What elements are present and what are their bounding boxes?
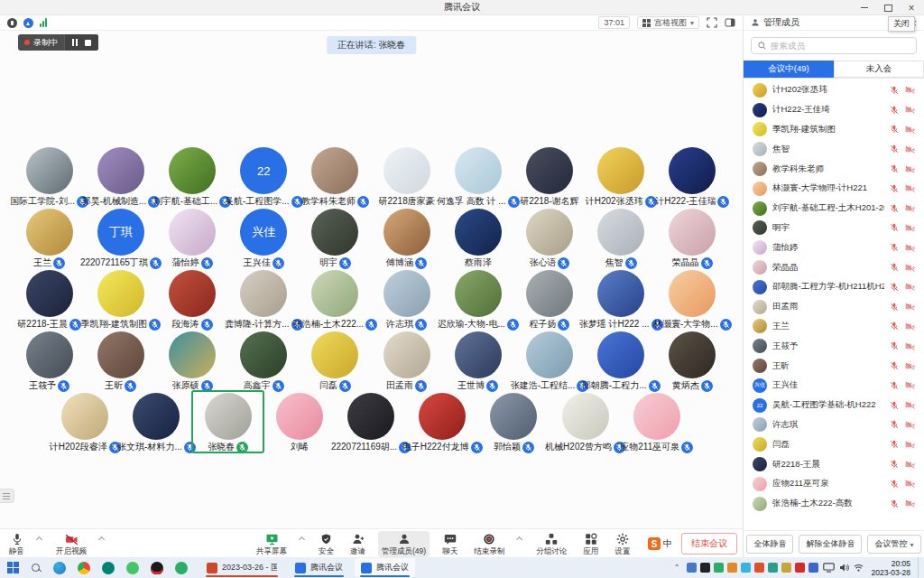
participant-tile[interactable]: 邵朝腾-工程力...	[586, 330, 657, 391]
tab-not-joined[interactable]: 未入会	[834, 61, 924, 78]
participant-tile[interactable]: 教学科朱老师	[300, 145, 371, 207]
ie-icon[interactable]	[126, 562, 139, 574]
settings-button[interactable]: 设置	[611, 531, 633, 557]
view-mode-button[interactable]: 宫格视图	[637, 16, 699, 29]
member-mic-off-icon[interactable]	[890, 86, 899, 95]
minimize-button[interactable]	[859, 3, 870, 14]
end-meeting-button[interactable]: 结束会议	[681, 533, 737, 555]
member-mic-off-icon[interactable]	[890, 440, 899, 449]
participant-tile[interactable]: 程子扬	[513, 268, 585, 330]
meeting-controls-button[interactable]: 会议管控	[867, 535, 920, 554]
member-row[interactable]: 闫磊	[744, 434, 924, 454]
participant-tile[interactable]: 张建浩-工程结...	[513, 330, 585, 391]
member-camera-off-icon[interactable]	[905, 401, 915, 409]
participant-tile[interactable]: 焦智	[586, 207, 657, 268]
tray-mic-icon[interactable]	[700, 563, 710, 573]
bing-icon[interactable]	[102, 562, 115, 574]
participant-tile[interactable]: 研2218唐家豪	[371, 145, 442, 207]
member-mic-off-icon[interactable]	[890, 283, 899, 292]
participant-tile[interactable]: 许志琪	[371, 268, 442, 330]
taskbar-window-button[interactable]: 2023-03-26 - 国际...	[200, 558, 283, 577]
member-row[interactable]: 焦智	[744, 139, 924, 159]
member-row[interactable]: 计H222-王佳琦	[744, 100, 924, 120]
volume-icon[interactable]	[839, 563, 849, 573]
participant-tile[interactable]: 张文琪-材料力...	[121, 391, 192, 452]
member-mic-off-icon[interactable]	[890, 106, 899, 115]
participant-tile[interactable]: 研2218-谢名辉	[513, 145, 585, 207]
member-row[interactable]: 林灏寰-大学物理-计H221	[744, 179, 924, 199]
participant-tile[interactable]: 季凯翔-建筑制图	[85, 268, 156, 330]
member-mic-off-icon[interactable]	[890, 303, 899, 312]
member-row[interactable]: 22 吴航-工程图学基础-机H222	[744, 396, 924, 415]
info-icon[interactable]	[7, 18, 17, 28]
pause-recording-button[interactable]	[72, 39, 78, 46]
participant-tile[interactable]: 闫磊	[300, 330, 371, 391]
participant-tile[interactable]: 张浩楠-土木222...	[300, 268, 371, 330]
participant-tile[interactable]: 郭怡颖	[478, 391, 550, 452]
member-camera-off-icon[interactable]	[905, 499, 915, 508]
participant-tile[interactable]: 电子H222付龙博	[407, 391, 478, 452]
tray-teal-icon[interactable]	[768, 563, 778, 573]
unmute-all-button[interactable]: 解除全体静音	[799, 535, 862, 554]
member-row[interactable]: 季凯翔-建筑制图	[744, 120, 924, 140]
member-camera-off-icon[interactable]	[905, 362, 915, 370]
member-row[interactable]: 教学科朱老师	[744, 159, 924, 179]
member-mic-off-icon[interactable]	[890, 125, 899, 134]
invite-button[interactable]: 邀请	[346, 531, 369, 557]
participant-tile[interactable]: 机械H202曾方鸣	[550, 391, 621, 452]
ime-indicator[interactable]: S 中	[648, 537, 672, 550]
member-search[interactable]	[751, 37, 917, 54]
member-mic-off-icon[interactable]	[890, 144, 899, 154]
member-row[interactable]: 王筱予	[744, 336, 924, 356]
participant-tile[interactable]: 刘宇航-基础工...	[156, 145, 227, 207]
participant-tile[interactable]: 丁琪 2220721165丁琪	[85, 207, 156, 268]
network-signal-icon[interactable]	[40, 18, 47, 27]
participant-tile[interactable]: 兴佳 王兴佳	[228, 207, 300, 268]
participant-tile[interactable]: 段海涛	[156, 268, 227, 330]
participant-tile[interactable]: 明宇	[300, 207, 371, 268]
member-camera-off-icon[interactable]	[905, 224, 915, 232]
edge-icon[interactable]	[53, 562, 66, 574]
tab-in-meeting[interactable]: 会议中(49)	[744, 61, 834, 78]
member-camera-off-icon[interactable]	[905, 381, 915, 389]
participant-tile[interactable]: 计H222-王佳瑞	[657, 145, 728, 207]
member-row[interactable]: 田孟雨	[744, 297, 924, 317]
member-mic-off-icon[interactable]	[890, 341, 899, 350]
participant-tile[interactable]: 郭昊-机械制造...	[85, 145, 156, 207]
member-row[interactable]: 应物211巫可泉	[744, 474, 924, 494]
member-camera-off-icon[interactable]	[905, 264, 915, 272]
participant-tile[interactable]: 刘晞	[263, 391, 335, 452]
member-row[interactable]: 研2218-王晨	[744, 454, 924, 474]
member-mic-off-icon[interactable]	[890, 460, 899, 469]
member-row[interactable]: 王昕	[744, 356, 924, 376]
participant-tile[interactable]: 国际工学院-刘...	[14, 145, 85, 207]
member-camera-off-icon[interactable]	[905, 106, 915, 114]
participant-tile[interactable]: 傅博涵	[371, 207, 442, 268]
video-options-caret[interactable]	[99, 536, 106, 543]
tray-ie-icon[interactable]	[741, 563, 751, 573]
security-button[interactable]: 安全	[315, 531, 337, 557]
chat-button[interactable]: 聊天	[439, 531, 461, 557]
tray-flame-icon[interactable]	[754, 563, 764, 573]
member-row[interactable]: 荣晶晶	[744, 257, 924, 277]
mute-button[interactable]: 静音	[5, 531, 28, 557]
search-input[interactable]	[771, 41, 897, 51]
participant-tile[interactable]: 应物211巫可泉	[621, 391, 692, 452]
qq-icon[interactable]	[151, 562, 163, 574]
member-row[interactable]: 刘宇航-基础工程-土木H201-202	[744, 199, 924, 219]
mute-all-button[interactable]: 全体静音	[746, 535, 793, 554]
close-button[interactable]	[906, 3, 917, 14]
participant-tile[interactable]: 田孟雨	[371, 330, 442, 391]
breakout-rooms-button[interactable]: 分组讨论	[532, 531, 570, 557]
member-mic-off-icon[interactable]	[890, 263, 899, 272]
taskbar-window-button[interactable]: 腾讯会议	[355, 558, 415, 577]
record-options-caret[interactable]	[517, 536, 523, 543]
member-row[interactable]: 计H202张丞玮	[744, 80, 924, 100]
participant-tile[interactable]: 荣晶晶	[657, 207, 728, 268]
member-row[interactable]: 邵朝腾-工程力学-机H211机H212	[744, 277, 924, 297]
member-mic-off-icon[interactable]	[890, 164, 899, 173]
member-row[interactable]: 王兰	[744, 317, 924, 337]
tray-wechat-icon[interactable]	[714, 563, 724, 573]
participant-tile[interactable]: 高鑫宇	[228, 330, 300, 391]
stop-recording-button[interactable]	[85, 40, 91, 46]
